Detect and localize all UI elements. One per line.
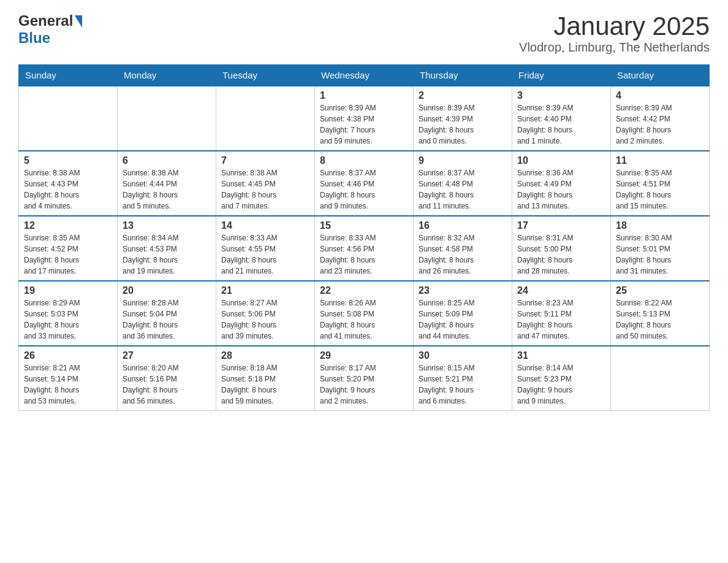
day-number: 15 <box>320 220 408 231</box>
calendar-cell: 30Sunrise: 8:15 AM Sunset: 5:21 PM Dayli… <box>414 346 512 411</box>
calendar-cell: 2Sunrise: 8:39 AM Sunset: 4:39 PM Daylig… <box>414 86 512 151</box>
day-number: 25 <box>616 285 704 296</box>
day-number: 21 <box>221 285 309 296</box>
calendar-cell: 8Sunrise: 8:37 AM Sunset: 4:46 PM Daylig… <box>315 151 414 216</box>
day-info: Sunrise: 8:38 AM Sunset: 4:45 PM Dayligh… <box>221 167 309 212</box>
calendar-cell: 12Sunrise: 8:35 AM Sunset: 4:52 PM Dayli… <box>19 216 118 281</box>
day-info: Sunrise: 8:22 AM Sunset: 5:13 PM Dayligh… <box>616 297 704 342</box>
calendar-cell: 27Sunrise: 8:20 AM Sunset: 5:16 PM Dayli… <box>118 346 216 411</box>
day-info: Sunrise: 8:33 AM Sunset: 4:56 PM Dayligh… <box>320 232 408 277</box>
calendar-cell: 28Sunrise: 8:18 AM Sunset: 5:18 PM Dayli… <box>216 346 315 411</box>
calendar-cell: 9Sunrise: 8:37 AM Sunset: 4:48 PM Daylig… <box>414 151 512 216</box>
page-subtitle: Vlodrop, Limburg, The Netherlands <box>519 40 710 55</box>
day-info: Sunrise: 8:21 AM Sunset: 5:14 PM Dayligh… <box>24 362 112 407</box>
day-info: Sunrise: 8:39 AM Sunset: 4:38 PM Dayligh… <box>320 102 408 147</box>
day-number: 23 <box>419 285 507 296</box>
day-number: 30 <box>419 350 507 361</box>
day-info: Sunrise: 8:33 AM Sunset: 4:55 PM Dayligh… <box>221 232 309 277</box>
day-info: Sunrise: 8:37 AM Sunset: 4:48 PM Dayligh… <box>419 167 507 212</box>
day-info: Sunrise: 8:39 AM Sunset: 4:42 PM Dayligh… <box>616 102 704 147</box>
day-number: 16 <box>419 220 507 231</box>
day-number: 7 <box>221 155 309 166</box>
day-number: 9 <box>419 155 507 166</box>
calendar-cell <box>19 86 118 151</box>
weekday-header-wednesday: Wednesday <box>315 65 414 86</box>
day-info: Sunrise: 8:17 AM Sunset: 5:20 PM Dayligh… <box>320 362 408 407</box>
logo: General Blue <box>18 12 82 47</box>
day-number: 8 <box>320 155 408 166</box>
day-number: 11 <box>616 155 704 166</box>
day-info: Sunrise: 8:39 AM Sunset: 4:39 PM Dayligh… <box>419 102 507 147</box>
day-info: Sunrise: 8:14 AM Sunset: 5:23 PM Dayligh… <box>517 362 605 407</box>
day-info: Sunrise: 8:23 AM Sunset: 5:11 PM Dayligh… <box>517 297 605 342</box>
day-number: 5 <box>24 155 112 166</box>
page-header: General Blue January 2025 Vlodrop, Limbu… <box>18 12 710 55</box>
day-info: Sunrise: 8:20 AM Sunset: 5:16 PM Dayligh… <box>123 362 211 407</box>
day-info: Sunrise: 8:15 AM Sunset: 5:21 PM Dayligh… <box>419 362 507 407</box>
calendar-cell: 19Sunrise: 8:29 AM Sunset: 5:03 PM Dayli… <box>19 281 118 346</box>
day-info: Sunrise: 8:30 AM Sunset: 5:01 PM Dayligh… <box>616 232 704 277</box>
day-info: Sunrise: 8:18 AM Sunset: 5:18 PM Dayligh… <box>221 362 309 407</box>
calendar-cell: 11Sunrise: 8:35 AM Sunset: 4:51 PM Dayli… <box>611 151 710 216</box>
calendar-week-2: 5Sunrise: 8:38 AM Sunset: 4:43 PM Daylig… <box>19 151 710 216</box>
calendar-cell: 6Sunrise: 8:38 AM Sunset: 4:44 PM Daylig… <box>118 151 216 216</box>
day-info: Sunrise: 8:38 AM Sunset: 4:44 PM Dayligh… <box>123 167 211 212</box>
calendar-cell: 29Sunrise: 8:17 AM Sunset: 5:20 PM Dayli… <box>315 346 414 411</box>
day-number: 31 <box>517 350 605 361</box>
day-number: 10 <box>517 155 605 166</box>
logo-blue-text: Blue <box>18 29 50 47</box>
calendar-cell: 26Sunrise: 8:21 AM Sunset: 5:14 PM Dayli… <box>19 346 118 411</box>
day-number: 12 <box>24 220 112 231</box>
calendar-week-5: 26Sunrise: 8:21 AM Sunset: 5:14 PM Dayli… <box>19 346 710 411</box>
day-number: 18 <box>616 220 704 231</box>
day-number: 22 <box>320 285 408 296</box>
calendar-cell: 18Sunrise: 8:30 AM Sunset: 5:01 PM Dayli… <box>611 216 710 281</box>
title-block: January 2025 Vlodrop, Limburg, The Nethe… <box>519 12 710 55</box>
calendar-cell: 7Sunrise: 8:38 AM Sunset: 4:45 PM Daylig… <box>216 151 315 216</box>
calendar-week-3: 12Sunrise: 8:35 AM Sunset: 4:52 PM Dayli… <box>19 216 710 281</box>
day-info: Sunrise: 8:35 AM Sunset: 4:52 PM Dayligh… <box>24 232 112 277</box>
day-info: Sunrise: 8:31 AM Sunset: 5:00 PM Dayligh… <box>517 232 605 277</box>
day-number: 27 <box>123 350 211 361</box>
calendar-cell: 3Sunrise: 8:39 AM Sunset: 4:40 PM Daylig… <box>512 86 611 151</box>
day-number: 19 <box>24 285 112 296</box>
weekday-header-thursday: Thursday <box>414 65 512 86</box>
day-number: 26 <box>24 350 112 361</box>
calendar-cell: 31Sunrise: 8:14 AM Sunset: 5:23 PM Dayli… <box>512 346 611 411</box>
day-number: 28 <box>221 350 309 361</box>
day-info: Sunrise: 8:25 AM Sunset: 5:09 PM Dayligh… <box>419 297 507 342</box>
calendar-cell: 15Sunrise: 8:33 AM Sunset: 4:56 PM Dayli… <box>315 216 414 281</box>
calendar-table: SundayMondayTuesdayWednesdayThursdayFrid… <box>18 64 710 411</box>
day-number: 2 <box>419 90 507 101</box>
day-info: Sunrise: 8:34 AM Sunset: 4:53 PM Dayligh… <box>123 232 211 277</box>
weekday-header-saturday: Saturday <box>611 65 710 86</box>
calendar-cell: 5Sunrise: 8:38 AM Sunset: 4:43 PM Daylig… <box>19 151 118 216</box>
calendar-cell: 22Sunrise: 8:26 AM Sunset: 5:08 PM Dayli… <box>315 281 414 346</box>
day-number: 20 <box>123 285 211 296</box>
day-number: 24 <box>517 285 605 296</box>
day-number: 6 <box>123 155 211 166</box>
calendar-cell <box>611 346 710 411</box>
calendar-cell: 24Sunrise: 8:23 AM Sunset: 5:11 PM Dayli… <box>512 281 611 346</box>
calendar-cell: 13Sunrise: 8:34 AM Sunset: 4:53 PM Dayli… <box>118 216 216 281</box>
calendar-cell: 20Sunrise: 8:28 AM Sunset: 5:04 PM Dayli… <box>118 281 216 346</box>
day-number: 4 <box>616 90 704 101</box>
calendar-cell: 23Sunrise: 8:25 AM Sunset: 5:09 PM Dayli… <box>414 281 512 346</box>
day-info: Sunrise: 8:38 AM Sunset: 4:43 PM Dayligh… <box>24 167 112 212</box>
calendar-cell: 14Sunrise: 8:33 AM Sunset: 4:55 PM Dayli… <box>216 216 315 281</box>
day-number: 29 <box>320 350 408 361</box>
logo-arrow-icon <box>75 15 82 28</box>
day-info: Sunrise: 8:29 AM Sunset: 5:03 PM Dayligh… <box>24 297 112 342</box>
day-info: Sunrise: 8:27 AM Sunset: 5:06 PM Dayligh… <box>221 297 309 342</box>
day-info: Sunrise: 8:28 AM Sunset: 5:04 PM Dayligh… <box>123 297 211 342</box>
weekday-header-tuesday: Tuesday <box>216 65 315 86</box>
weekday-header-monday: Monday <box>118 65 216 86</box>
day-number: 13 <box>123 220 211 231</box>
weekday-header-friday: Friday <box>512 65 611 86</box>
day-number: 3 <box>517 90 605 101</box>
day-number: 1 <box>320 90 408 101</box>
calendar-cell: 21Sunrise: 8:27 AM Sunset: 5:06 PM Dayli… <box>216 281 315 346</box>
calendar-cell <box>216 86 315 151</box>
calendar-cell: 16Sunrise: 8:32 AM Sunset: 4:58 PM Dayli… <box>414 216 512 281</box>
calendar-cell: 1Sunrise: 8:39 AM Sunset: 4:38 PM Daylig… <box>315 86 414 151</box>
